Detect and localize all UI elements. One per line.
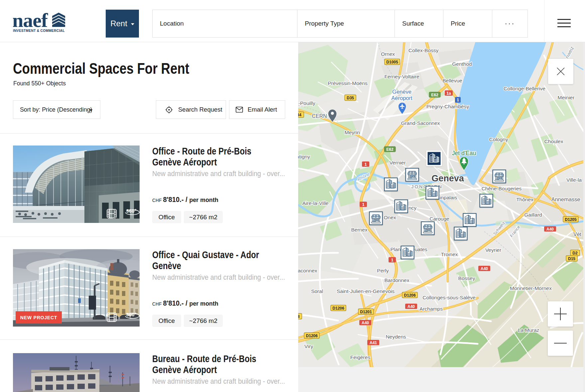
svg-text:Bardonnex: Bardonnex (385, 277, 410, 283)
svg-text:Gaillard: Gaillard (524, 212, 542, 218)
svg-text:E62: E62 (386, 147, 394, 152)
svg-text:Archamps: Archamps (419, 306, 443, 312)
svg-text:Jet d'Eau: Jet d'Eau (452, 150, 476, 156)
svg-text:Meinier: Meinier (558, 95, 575, 100)
svg-text:Vernier: Vernier (389, 160, 406, 165)
svg-text:A40: A40 (546, 227, 554, 232)
svg-text:Monnetier-Mornex: Monnetier-Mornex (510, 285, 552, 291)
svg-text:D1206: D1206 (332, 306, 344, 311)
svg-text:Ferney-Voltaire: Ferney-Voltaire (384, 74, 419, 79)
svg-text:Bellevue: Bellevue (442, 78, 462, 83)
svg-text:Bossey: Bossey (458, 275, 475, 281)
svg-text:D1201: D1201 (360, 310, 372, 314)
svg-text:Carouge: Carouge (429, 216, 449, 222)
svg-text:ncy: ncy (409, 205, 416, 211)
svg-text:Collonges-sous-Salève: Collonges-sous-Salève (422, 295, 475, 300)
svg-text:Viry: Viry (304, 343, 313, 349)
svg-text:Meyrin: Meyrin (345, 130, 360, 135)
svg-text:La Muraz: La Muraz (518, 327, 539, 333)
svg-text:aconnex: aconnex (298, 268, 317, 273)
svg-text:D2: D2 (572, 251, 578, 255)
svg-text:CERN: CERN (312, 113, 327, 119)
svg-text:Collex-Bossy: Collex-Bossy (409, 48, 439, 53)
svg-text:Geneva: Geneva (431, 173, 464, 183)
svg-text:Thônex: Thônex (516, 197, 533, 202)
svg-text:atigny: atigny (298, 154, 310, 159)
svg-text:Veyrier: Veyrier (485, 247, 501, 253)
svg-text:inpalais: inpalais (440, 195, 457, 200)
svg-text:1: 1 (391, 258, 394, 262)
svg-text:A40: A40 (481, 266, 488, 271)
svg-text:Ville-la: Ville-la (566, 177, 582, 183)
svg-text:naef: naef (13, 11, 48, 31)
svg-text:8: 8 (298, 314, 300, 319)
svg-text:Perly: Perly (377, 268, 389, 273)
svg-text:INVESTMENT & COMMERCIAL: INVESTMENT & COMMERCIAL (13, 29, 65, 33)
svg-text:Troinex: Troinex (441, 251, 458, 257)
svg-text:Vét: Vét (573, 232, 582, 237)
svg-text:-Pouilly: -Pouilly (298, 100, 315, 106)
svg-text:1: 1 (362, 202, 365, 207)
svg-text:A41: A41 (370, 341, 377, 345)
svg-text:Prévessin-Moëns: Prévessin-Moëns (328, 80, 368, 86)
svg-text:D1205: D1205 (565, 217, 577, 222)
svg-text:E62: E62 (431, 93, 438, 97)
svg-text:Genthod: Genthod (452, 61, 472, 67)
svg-text:Grand-Saconnex: Grand-Saconnex (401, 120, 440, 126)
svg-text:Aire-la-Ville: Aire-la-Ville (302, 200, 329, 206)
svg-text:Chêne-Bougeries: Chêne-Bougeries (482, 186, 522, 191)
svg-text:1: 1 (457, 98, 459, 102)
svg-text:Feigères: Feigères (350, 354, 371, 360)
svg-text:34: 34 (298, 113, 301, 117)
svg-text:Choulex: Choulex (544, 139, 563, 144)
svg-text:Ornex: Ornex (381, 51, 395, 57)
svg-text:Genève: Genève (392, 89, 411, 95)
svg-text:A40: A40 (362, 321, 369, 325)
svg-text:Onex: Onex (384, 215, 396, 220)
svg-text:D1206: D1206 (404, 293, 416, 298)
svg-text:D1206: D1206 (306, 334, 318, 338)
svg-text:Collonge-Bellerive: Collonge-Bellerive (504, 86, 545, 91)
svg-text:Neydens: Neydens (386, 334, 406, 340)
svg-text:Aéroport: Aéroport (391, 95, 412, 101)
svg-text:Soral: Soral (311, 288, 323, 294)
svg-text:D1005: D1005 (386, 60, 398, 64)
svg-text:D35: D35 (347, 96, 354, 100)
svg-text:Cologny: Cologny (489, 137, 508, 142)
svg-text:D15: D15 (568, 256, 575, 261)
svg-text:Pregny-Chambésy: Pregny-Chambésy (426, 104, 469, 109)
svg-text:A40: A40 (408, 304, 415, 309)
svg-text:Saint-Julien-en-Genevois: Saint-Julien-en-Genevois (337, 288, 395, 294)
svg-text:1a: 1a (446, 91, 451, 96)
svg-text:1: 1 (365, 162, 367, 167)
svg-text:Bernex: Bernex (351, 227, 367, 233)
svg-text:Annemasse: Annemasse (551, 196, 580, 202)
